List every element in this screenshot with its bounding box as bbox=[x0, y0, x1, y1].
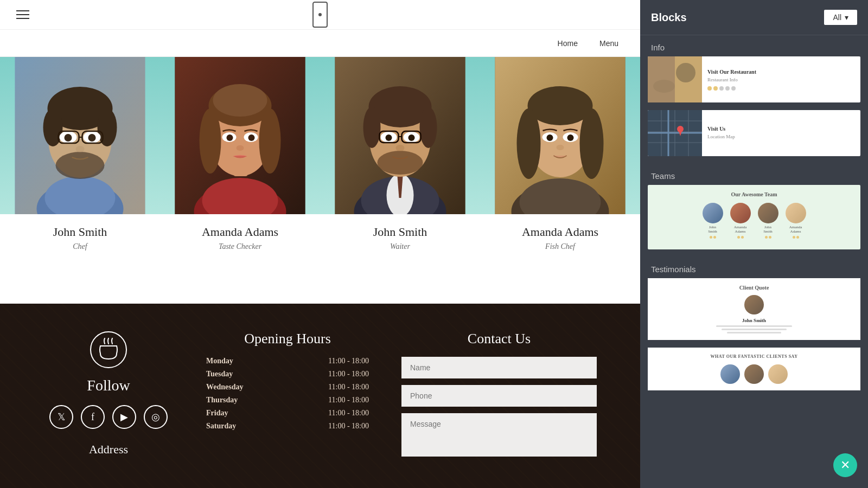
team-avatar-1: JohnSmith bbox=[700, 203, 725, 239]
testimonial-avatar-1 bbox=[744, 295, 764, 314]
nav-home[interactable]: Home bbox=[558, 39, 578, 48]
nav-menu[interactable]: Menu bbox=[599, 39, 618, 48]
testimonial-title-1: Client Quote bbox=[654, 285, 854, 291]
tav2-dot-2 bbox=[741, 236, 744, 239]
hours-time-2: 11:00 - 18:00 bbox=[328, 383, 369, 391]
sidebar-card-text-1: Visit Our Restaurant Restaurant Info bbox=[702, 56, 860, 102]
dot-2 bbox=[713, 86, 718, 91]
test-line-3 bbox=[727, 332, 781, 333]
sidebar-section-teams: Teams bbox=[640, 164, 868, 185]
test-line-2 bbox=[722, 329, 787, 330]
svg-point-61 bbox=[580, 108, 604, 179]
svg-point-60 bbox=[517, 108, 541, 179]
team-card-1[interactable]: John Smith Chef bbox=[0, 57, 160, 304]
contact-name-input[interactable] bbox=[401, 357, 597, 378]
tav4-dot-2 bbox=[796, 236, 799, 239]
team-cards: John Smith Chef bbox=[0, 57, 640, 304]
team-avatar-circle-1 bbox=[703, 203, 723, 223]
hours-time-0: 11:00 - 18:00 bbox=[328, 357, 369, 365]
sidebar-multi-testimonial-card[interactable]: WHAT OUR FANTASTIC CLIENTS SAY bbox=[648, 348, 860, 390]
svg-point-17 bbox=[76, 146, 85, 152]
all-button-label: All bbox=[833, 13, 841, 22]
sidebar-info-card-2[interactable]: Visit Us Location Map bbox=[648, 110, 860, 156]
facebook-icon[interactable]: f bbox=[81, 405, 105, 429]
team-card-4[interactable]: Amanda Adams Fish Chef bbox=[480, 57, 640, 304]
team-card-info-2: Amanda Adams Taste Checker bbox=[160, 214, 320, 304]
svg-point-43 bbox=[420, 107, 437, 148]
multi-testimonial-title: WHAT OUR FANTASTIC CLIENTS SAY bbox=[654, 354, 854, 359]
footer-follow-title: Follow bbox=[87, 377, 130, 394]
team-avatar-dots-3 bbox=[765, 236, 771, 239]
teams-card-header: Our Awesome Team bbox=[654, 191, 854, 197]
footer-section: Follow 𝕏 f ▶ ◎ Address Opening Hours Mon… bbox=[0, 304, 640, 488]
sidebar-card-text-2: Visit Us Location Map bbox=[702, 110, 860, 156]
footer-hours-title: Opening Hours bbox=[206, 331, 369, 347]
info-card-2-title: Visit Us bbox=[707, 126, 855, 132]
hours-row-2: Wednesday 11:00 - 18:00 bbox=[206, 383, 369, 391]
sidebar-wrapper: Blocks All ▾ Info Visit Ou bbox=[640, 0, 868, 488]
footer-hours-column: Opening Hours Monday 11:00 - 18:00 Tuesd… bbox=[184, 325, 391, 464]
team-avatar-dots-4 bbox=[793, 236, 799, 239]
sidebar-testimonial-card-1[interactable]: Client Quote John Smith bbox=[648, 278, 860, 340]
team-avatar-name-4: AmandaAdams bbox=[789, 225, 802, 234]
sidebar-section-info: Info bbox=[640, 35, 868, 56]
team-member-name-4: Amanda Adams bbox=[486, 225, 635, 239]
team-avatar-name-1: JohnSmith bbox=[708, 225, 717, 234]
hours-time-4: 11:00 - 18:00 bbox=[328, 409, 369, 418]
svg-point-44 bbox=[378, 151, 423, 175]
footer-follow-column: Follow 𝕏 f ▶ ◎ Address bbox=[33, 325, 184, 464]
dot-5 bbox=[731, 86, 736, 91]
tav4-dot-1 bbox=[793, 236, 795, 239]
sidebar-info-card-1[interactable]: Visit Our Restaurant Restaurant Info bbox=[648, 56, 860, 102]
hours-row-0: Monday 11:00 - 18:00 bbox=[206, 357, 369, 365]
nav-bar: Home Menu bbox=[0, 30, 640, 57]
svg-point-25 bbox=[200, 108, 221, 174]
svg-point-13 bbox=[88, 134, 96, 142]
twitter-icon[interactable]: 𝕏 bbox=[49, 405, 73, 429]
team-card-info-4: Amanda Adams Fish Chef bbox=[480, 214, 640, 304]
instagram-icon[interactable]: ◎ bbox=[144, 405, 168, 429]
social-icons: 𝕏 f ▶ ◎ bbox=[49, 405, 168, 429]
sidebar-teams-card[interactable]: Our Awesome Team JohnSmith AmandaAdams bbox=[648, 185, 860, 249]
svg-point-66 bbox=[557, 145, 564, 150]
top-bar bbox=[0, 0, 640, 30]
hours-time-3: 11:00 - 18:00 bbox=[328, 396, 369, 404]
contact-message-input[interactable] bbox=[401, 413, 597, 457]
team-avatar-4: AmandaAdams bbox=[783, 203, 808, 239]
team-card-2[interactable]: Amanda Adams Taste Checker bbox=[160, 57, 320, 304]
team-member-name-1: John Smith bbox=[5, 225, 155, 239]
tav3-dot-2 bbox=[769, 236, 771, 239]
team-card-info-1: John Smith Chef bbox=[0, 214, 160, 304]
svg-point-47 bbox=[386, 134, 392, 141]
close-button[interactable]: ✕ bbox=[833, 453, 857, 477]
contact-phone-input[interactable] bbox=[401, 385, 597, 407]
youtube-icon[interactable]: ▶ bbox=[112, 405, 136, 429]
tav3-dot-1 bbox=[765, 236, 768, 239]
team-avatar-circle-4 bbox=[786, 203, 806, 223]
team-section: John Smith Chef bbox=[0, 57, 640, 304]
svg-point-67 bbox=[91, 332, 126, 368]
multi-testimonial-avatars bbox=[654, 364, 854, 384]
team-avatar-circle-3 bbox=[758, 203, 778, 223]
footer-contact-title: Contact Us bbox=[401, 331, 597, 347]
hours-row-1: Tuesday 11:00 - 18:00 bbox=[206, 370, 369, 378]
svg-rect-69 bbox=[648, 56, 675, 102]
svg-point-65 bbox=[567, 134, 574, 141]
svg-point-71 bbox=[653, 80, 675, 93]
team-card-photo-4 bbox=[480, 57, 640, 214]
svg-point-70 bbox=[676, 63, 695, 82]
team-avatar-circle-2 bbox=[730, 203, 751, 223]
all-filter-button[interactable]: All ▾ bbox=[824, 10, 857, 25]
svg-point-48 bbox=[409, 134, 415, 141]
dot-3 bbox=[719, 86, 724, 91]
footer-content: Follow 𝕏 f ▶ ◎ Address Opening Hours Mon… bbox=[33, 325, 608, 464]
hamburger-menu[interactable] bbox=[16, 10, 29, 19]
mobile-preview-icon[interactable] bbox=[312, 2, 328, 28]
team-avatar-dots-2 bbox=[737, 236, 744, 239]
hours-row-3: Thursday 11:00 - 18:00 bbox=[206, 396, 369, 404]
team-card-info-3: John Smith Waiter bbox=[320, 214, 480, 304]
svg-point-26 bbox=[259, 108, 281, 174]
hours-day-5: Saturday bbox=[206, 422, 236, 431]
team-card-3[interactable]: John Smith Waiter bbox=[320, 57, 480, 304]
svg-point-64 bbox=[547, 134, 553, 141]
